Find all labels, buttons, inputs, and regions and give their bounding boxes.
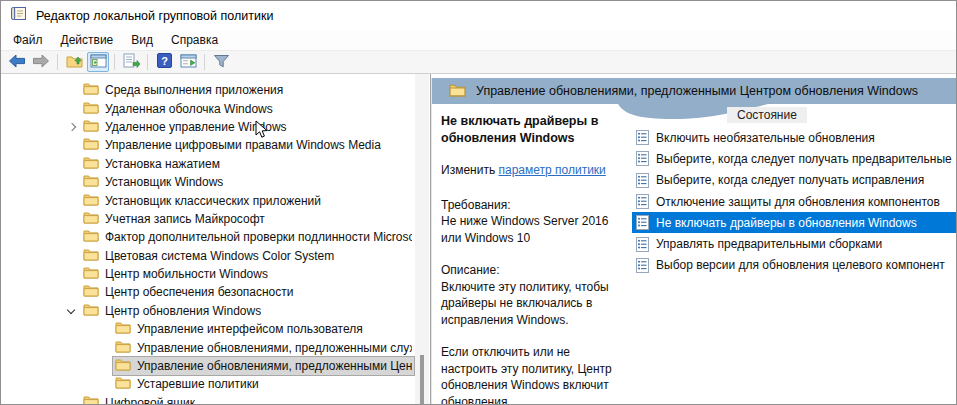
toolbar-separator (147, 54, 148, 70)
tree-item[interactable]: Удаленное управление Windows (1, 118, 430, 136)
policy-setting-label: Выберите, когда следует получать предвар… (656, 152, 952, 166)
toolbar-separator (204, 54, 205, 70)
policy-setting-row[interactable]: Управлять предварительными сборками (632, 233, 956, 254)
tree-expander-icon[interactable] (63, 101, 81, 117)
tree-item-label: Цифровой ящик (105, 396, 195, 404)
svg-text:?: ? (161, 55, 168, 67)
tree-scrollbar-thumb[interactable] (420, 355, 424, 404)
tree-expander-icon[interactable] (95, 340, 113, 356)
tree-expander-icon[interactable] (63, 266, 81, 282)
filter-button[interactable] (210, 52, 232, 72)
tree-item[interactable]: Цифровой ящик (1, 394, 430, 404)
folder-icon (83, 303, 99, 319)
tree-expander-icon[interactable] (63, 229, 81, 245)
tree-item-label: Установщик Windows (105, 175, 223, 189)
main-area: Среда выполнения приложения Удаленная об (1, 74, 956, 404)
back-button[interactable] (6, 52, 28, 72)
tree-expander-icon[interactable] (63, 119, 81, 135)
menu-file[interactable]: Файл (4, 30, 52, 50)
policy-setting-icon (636, 173, 649, 188)
settings-rows: Включить необязательные обновления (632, 127, 956, 276)
tree-item[interactable]: Удаленная оболочка Windows (1, 99, 430, 117)
tree-expander-icon[interactable] (63, 156, 81, 172)
tree-item[interactable]: Учетная запись Майкрософт (1, 210, 430, 228)
requirements-label: Требования: (441, 197, 620, 214)
window-title: Редактор локальной групповой политики (36, 9, 273, 23)
tree-expander-icon[interactable] (63, 211, 81, 227)
policy-setting-row[interactable]: Отключение защиты для обновления компоне… (632, 191, 956, 212)
folder-icon (83, 119, 99, 135)
tree-item-label: Центр мобильности Windows (105, 267, 268, 281)
tree-item[interactable]: Управление интерфейсом пользователя (1, 320, 430, 338)
tree-item[interactable]: Цветовая система Windows Color System (1, 247, 430, 265)
folder-icon (83, 266, 99, 282)
back-icon (8, 54, 26, 71)
policy-setting-label: Не включать драйверы в обновления Window… (656, 216, 917, 230)
policy-setting-row[interactable]: Выберите, когда следует получать исправл… (632, 170, 956, 191)
tree-expander-icon[interactable] (95, 358, 113, 374)
menu-view[interactable]: Вид (122, 30, 162, 50)
show-action-pane-button[interactable] (177, 52, 199, 72)
policy-setting-row[interactable]: Не включать драйверы в обновления Window… (632, 212, 956, 233)
policy-description-panel: Не включать драйверы в обновления Window… (432, 104, 632, 404)
folder-icon (115, 376, 131, 392)
policy-setting-row[interactable]: Выберите, когда следует получать предвар… (632, 148, 956, 169)
tree-expander-icon[interactable] (63, 193, 81, 209)
tree-item[interactable]: Установка нажатием (1, 155, 430, 173)
description-paragraph-2: Если отключить или не настроить эту поли… (441, 344, 620, 404)
policy-setting-label: Выбор версии для обновления целевого ком… (656, 258, 945, 272)
help-button[interactable]: ? (153, 52, 175, 72)
console-tree-pane: Среда выполнения приложения Удаленная об (1, 74, 431, 404)
tree-expander-icon[interactable] (95, 321, 113, 337)
tree-expander-icon[interactable] (63, 284, 81, 300)
policy-setting-row[interactable]: Выбор версии для обновления целевого ком… (632, 255, 956, 276)
menu-help[interactable]: Справка (162, 30, 227, 50)
tree-item[interactable]: Среда выполнения приложения (1, 81, 430, 99)
menu-action[interactable]: Действие (52, 30, 123, 50)
edit-policy-setting-link[interactable]: параметр политики (498, 163, 605, 177)
policy-setting-row[interactable]: Включить необязательные обновления (632, 127, 956, 148)
tree-item[interactable]: Установщик Windows (1, 173, 430, 191)
tree-item[interactable]: Устаревшие политики (1, 375, 430, 393)
tree-item[interactable]: Управление обновлениями, предложенными с… (1, 338, 430, 356)
tree-expander-icon[interactable] (63, 248, 81, 264)
tree-item[interactable]: Центр мобильности Windows (1, 265, 430, 283)
state-column-header[interactable]: Состояние (727, 107, 807, 123)
up-one-level-button[interactable] (63, 52, 85, 72)
tree-expander-icon[interactable] (63, 395, 81, 404)
tree-item[interactable]: Центр обеспечения безопасности (1, 283, 430, 301)
forward-button[interactable] (30, 52, 52, 72)
tree-vertical-scrollbar[interactable] (415, 74, 429, 404)
folder-icon (83, 211, 99, 227)
folder-icon (83, 229, 99, 245)
tree-expander-icon[interactable] (63, 137, 81, 153)
policy-setting-label: Управлять предварительными сборками (656, 237, 882, 251)
policy-setting-label: Отключение защиты для обновления компоне… (656, 195, 940, 209)
tree-item[interactable]: Управление цифровыми правами Windows Med… (1, 136, 430, 154)
policy-setting-icon (636, 151, 649, 166)
tree-item-label: Удаленная оболочка Windows (105, 102, 273, 116)
folder-icon (115, 321, 131, 337)
tree-item-label: Управление обновлениями, предложенными Ц… (137, 359, 412, 373)
tree-item-label: Цветовая система Windows Color System (105, 249, 334, 263)
details-pane: Управление обновлениями, предложенными Ц… (431, 78, 956, 404)
tree-item[interactable]: Центр обновления Windows (1, 302, 430, 320)
tree-item-label: Управление цифровыми правами Windows Med… (105, 138, 381, 152)
folder-icon (83, 174, 99, 190)
tree-expander-icon[interactable] (63, 303, 81, 319)
tree-expander-icon[interactable] (63, 82, 81, 98)
tree-item-label: Установщик классических приложений (105, 194, 321, 208)
tree-expander-icon[interactable] (95, 376, 113, 392)
show-console-tree-button[interactable] (87, 52, 109, 72)
tree-item[interactable]: Установщик классических приложений (1, 191, 430, 209)
policy-setting-icon (636, 237, 649, 252)
toolbar-separator (57, 54, 58, 70)
filter-icon (213, 54, 230, 71)
tree-expander-icon[interactable] (63, 174, 81, 190)
tree-item[interactable]: Фактор дополнительной проверки подлиннос… (1, 228, 430, 246)
settings-list: Состояние (632, 104, 956, 404)
folder-icon (115, 358, 131, 374)
export-list-button[interactable] (120, 52, 142, 72)
tree-item-label: Фактор дополнительной проверки подлиннос… (105, 230, 412, 244)
tree-item[interactable]: Управление обновлениями, предложенными Ц… (1, 357, 430, 375)
